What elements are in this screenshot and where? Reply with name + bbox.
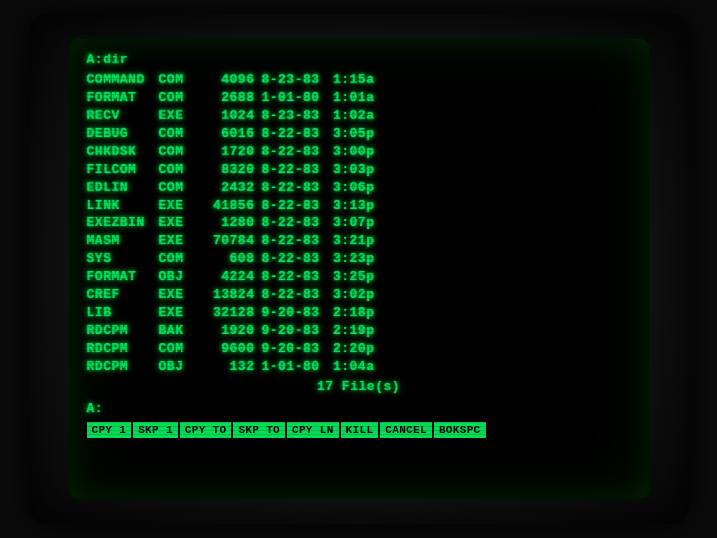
file-ext: EXE xyxy=(159,107,195,125)
file-ext: EXE xyxy=(159,214,195,232)
bottom-button[interactable]: SKP TO xyxy=(233,422,285,438)
file-size: 70784 xyxy=(195,232,255,250)
file-size: 132 xyxy=(195,358,255,376)
file-size: 13824 xyxy=(195,286,255,304)
file-time: 3:05p xyxy=(327,125,375,143)
file-date: 8-22-83 xyxy=(255,268,327,286)
file-ext: COM xyxy=(159,250,195,268)
file-size: 4096 xyxy=(195,71,255,89)
bottom-button[interactable]: SKP 1 xyxy=(133,422,178,438)
file-date: 8-22-83 xyxy=(255,214,327,232)
file-ext: COM xyxy=(159,179,195,197)
table-row: FILCOM COM 8320 8-22-83 3:03p xyxy=(87,161,631,179)
file-ext: COM xyxy=(159,125,195,143)
file-name: FORMAT xyxy=(87,268,159,286)
file-name: FILCOM xyxy=(87,161,159,179)
file-time: 1:02a xyxy=(327,107,375,125)
file-ext: COM xyxy=(159,143,195,161)
file-date: 8-22-83 xyxy=(255,250,327,268)
file-date: 8-22-83 xyxy=(255,143,327,161)
file-size: 6016 xyxy=(195,125,255,143)
file-name: RDCPM xyxy=(87,322,159,340)
table-row: EDLIN COM 2432 8-22-83 3:06p xyxy=(87,179,631,197)
file-time: 1:01a xyxy=(327,89,375,107)
bottom-button[interactable]: BOKSPC xyxy=(434,422,486,438)
table-row: RDCPM COM 9600 9-20-83 2:20p xyxy=(87,340,631,358)
file-name: RECV xyxy=(87,107,159,125)
file-list: COMMAND COM 4096 8-23-83 1:15a FORMAT CO… xyxy=(87,71,631,376)
file-time: 3:23p xyxy=(327,250,375,268)
file-date: 8-22-83 xyxy=(255,161,327,179)
table-row: MASM EXE 70784 8-22-83 3:21p xyxy=(87,232,631,250)
file-date: 8-22-83 xyxy=(255,179,327,197)
bottom-button[interactable]: CPY LN xyxy=(287,422,339,438)
bottom-button[interactable]: CANCEL xyxy=(380,422,432,438)
file-time: 2:20p xyxy=(327,340,375,358)
file-size: 8320 xyxy=(195,161,255,179)
file-date: 1-01-80 xyxy=(255,89,327,107)
file-name: RDCPM xyxy=(87,358,159,376)
file-date: 8-22-83 xyxy=(255,125,327,143)
file-time: 3:21p xyxy=(327,232,375,250)
file-name: CHKDSK xyxy=(87,143,159,161)
bottom-bar: CPY 1SKP 1CPY TOSKP TOCPY LNKILLCANCELBO… xyxy=(87,422,631,438)
file-time: 3:03p xyxy=(327,161,375,179)
a-prompt: A: xyxy=(87,400,631,418)
file-size: 2688 xyxy=(195,89,255,107)
file-ext: EXE xyxy=(159,304,195,322)
table-row: RECV EXE 1024 8-23-83 1:02a xyxy=(87,107,631,125)
file-ext: COM xyxy=(159,89,195,107)
file-name: COMMAND xyxy=(87,71,159,89)
file-time: 2:19p xyxy=(327,322,375,340)
file-date: 8-23-83 xyxy=(255,107,327,125)
table-row: COMMAND COM 4096 8-23-83 1:15a xyxy=(87,71,631,89)
file-date: 8-23-83 xyxy=(255,71,327,89)
table-row: DEBUG COM 6016 8-22-83 3:05p xyxy=(87,125,631,143)
file-name: MASM xyxy=(87,232,159,250)
file-name: EDLIN xyxy=(87,179,159,197)
file-time: 3:02p xyxy=(327,286,375,304)
file-date: 8-22-83 xyxy=(255,232,327,250)
file-size: 9600 xyxy=(195,340,255,358)
file-ext: EXE xyxy=(159,286,195,304)
file-date: 9-20-83 xyxy=(255,322,327,340)
table-row: RDCPM BAK 1920 9-20-83 2:19p xyxy=(87,322,631,340)
table-row: FORMAT COM 2688 1-01-80 1:01a xyxy=(87,89,631,107)
file-name: LIB xyxy=(87,304,159,322)
file-name: CREF xyxy=(87,286,159,304)
file-ext: EXE xyxy=(159,197,195,215)
file-time: 3:13p xyxy=(327,197,375,215)
file-name: FORMAT xyxy=(87,89,159,107)
file-date: 8-22-83 xyxy=(255,197,327,215)
file-size: 32128 xyxy=(195,304,255,322)
file-time: 3:00p xyxy=(327,143,375,161)
file-ext: COM xyxy=(159,161,195,179)
file-date: 9-20-83 xyxy=(255,304,327,322)
bottom-button[interactable]: CPY 1 xyxy=(87,422,132,438)
file-time: 1:15a xyxy=(327,71,375,89)
file-size: 41856 xyxy=(195,197,255,215)
file-ext: COM xyxy=(159,340,195,358)
terminal-content: A:dir COMMAND COM 4096 8-23-83 1:15a FOR… xyxy=(87,51,631,491)
file-size: 2432 xyxy=(195,179,255,197)
file-ext: OBJ xyxy=(159,358,195,376)
table-row: CREF EXE 13824 8-22-83 3:02p xyxy=(87,286,631,304)
file-date: 1-01-80 xyxy=(255,358,327,376)
table-row: FORMAT OBJ 4224 8-22-83 3:25p xyxy=(87,268,631,286)
table-row: LINK EXE 41856 8-22-83 3:13p xyxy=(87,197,631,215)
file-name: RDCPM xyxy=(87,340,159,358)
file-date: 8-22-83 xyxy=(255,286,327,304)
monitor: A:dir COMMAND COM 4096 8-23-83 1:15a FOR… xyxy=(29,14,689,524)
bottom-button[interactable]: CPY TO xyxy=(180,422,232,438)
crt-screen: A:dir COMMAND COM 4096 8-23-83 1:15a FOR… xyxy=(69,39,649,499)
file-name: DEBUG xyxy=(87,125,159,143)
dir-command: A:dir xyxy=(87,51,631,69)
file-date: 9-20-83 xyxy=(255,340,327,358)
file-summary: 17 File(s) xyxy=(87,378,631,396)
file-size: 1024 xyxy=(195,107,255,125)
bottom-button[interactable]: KILL xyxy=(341,422,379,438)
file-size: 608 xyxy=(195,250,255,268)
file-ext: OBJ xyxy=(159,268,195,286)
file-size: 1280 xyxy=(195,214,255,232)
file-time: 2:18p xyxy=(327,304,375,322)
